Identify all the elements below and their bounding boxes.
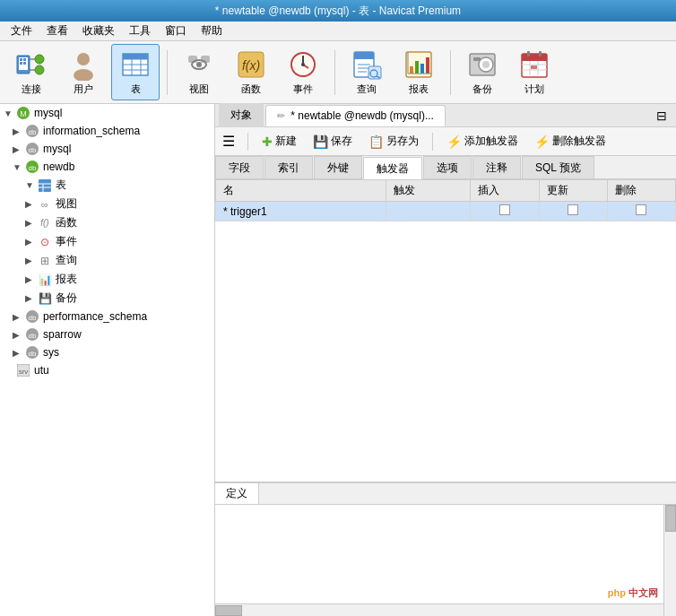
sidebar-item-utu[interactable]: srv utu	[0, 361, 214, 379]
tool-query[interactable]: 查询	[342, 44, 391, 100]
insert-checkbox[interactable]	[499, 204, 510, 215]
sidebar-item-newdb-table[interactable]: ▼ 表	[0, 176, 214, 195]
sidebar-item-information-schema[interactable]: ▶ db information_schema	[0, 122, 214, 140]
sidebar-item-newdb[interactable]: ▼ db newdb	[0, 158, 214, 176]
sidebar-item-newdb-backup[interactable]: ▶ 💾 备份	[0, 289, 214, 308]
content-area: 对象 ✏ * newtable @newdb (mysql)... ⊟ ☰ ✚ …	[215, 104, 676, 616]
svg-rect-58	[531, 65, 537, 69]
watermark-php: php	[608, 587, 626, 598]
backup-icon	[466, 48, 498, 81]
menu-window[interactable]: 窗口	[158, 22, 194, 40]
backup-tree-arrow: ▶	[25, 293, 38, 303]
info-schema-label: information_schema	[43, 125, 140, 137]
sparrow-label: sparrow	[43, 328, 82, 341]
view-icon	[183, 48, 215, 81]
query-tree-label: 查询	[56, 253, 77, 268]
svg-rect-43	[426, 57, 429, 74]
btn-save-as[interactable]: 📋 另存为	[362, 131, 425, 152]
delete-checkbox[interactable]	[636, 204, 646, 215]
svg-point-10	[77, 53, 90, 65]
bottom-content: php 中文网	[215, 505, 676, 616]
toolbar-sep-2	[334, 50, 335, 95]
btn-delete-trigger[interactable]: ⚡ 删除触发器	[528, 131, 612, 152]
sidebar-item-newdb-report[interactable]: ▶ 📊 报表	[0, 270, 214, 289]
backup-label: 备份	[472, 82, 492, 96]
svg-rect-2	[20, 58, 22, 61]
btn-new[interactable]: ✚ 新建	[256, 131, 303, 152]
view-label: 视图	[189, 82, 209, 96]
info-schema-icon: db	[25, 124, 39, 138]
btn-save[interactable]: 💾 保存	[307, 131, 359, 152]
scrollbar-vertical[interactable]	[663, 505, 676, 616]
svg-rect-67	[39, 179, 51, 192]
inner-tab-field[interactable]: 字段	[215, 156, 264, 178]
tool-schedule[interactable]: 计划	[510, 44, 559, 100]
sparrow-icon: db	[25, 327, 39, 342]
tool-connect[interactable]: 连接	[7, 44, 56, 100]
menu-favorites[interactable]: 收藏夹	[75, 22, 122, 40]
trigger-name: * trigger1	[216, 202, 386, 221]
inner-tabs: 字段 索引 外键 触发器 选项 注释 SQL 预览	[215, 156, 676, 179]
inner-tab-fk[interactable]: 外键	[314, 156, 362, 178]
sidebar-item-newdb-func[interactable]: ▶ f() 函数	[0, 213, 214, 232]
sidebar-item-sys[interactable]: ▶ db sys	[0, 343, 214, 361]
tab-active[interactable]: ✏ * newtable @newdb (mysql)...	[265, 105, 446, 126]
sidebar-item-mysql-db[interactable]: ▶ db mysql	[0, 140, 214, 158]
bottom-tab-define[interactable]: 定义	[215, 483, 259, 504]
sidebar-item-perf-schema[interactable]: ▶ db performance_schema	[0, 308, 214, 325]
connect-icon	[15, 48, 48, 81]
scrollbar-horizontal[interactable]	[215, 603, 663, 616]
trigger-update-cell[interactable]	[539, 202, 607, 221]
inner-tab-options[interactable]: 选项	[423, 156, 472, 178]
hamburger-menu[interactable]: ☰	[222, 133, 235, 150]
report-label: 报表	[409, 82, 429, 96]
tab-close-btn[interactable]: ⊟	[651, 107, 672, 125]
tool-report[interactable]: 报表	[394, 44, 443, 100]
svg-text:db: db	[29, 146, 37, 154]
sidebar-item-newdb-query[interactable]: ▶ ⊞ 查询	[0, 251, 214, 270]
inner-tab-trigger[interactable]: 触发器	[363, 157, 422, 179]
view-tree-label: 视图	[56, 196, 77, 212]
sidebar-item-newdb-view[interactable]: ▶ ∞ 视图	[0, 195, 214, 213]
svg-point-6	[35, 55, 44, 64]
watermark: php 中文网	[608, 586, 658, 600]
tool-table[interactable]: 表	[111, 44, 160, 100]
tool-event[interactable]: 事件	[279, 44, 327, 100]
tool-view[interactable]: 视图	[175, 44, 223, 100]
sidebar-item-mysql-root[interactable]: ▼ M mysql	[0, 104, 214, 122]
tool-backup[interactable]: 备份	[458, 44, 507, 100]
svg-text:f(x): f(x)	[242, 58, 260, 73]
inner-tab-comment[interactable]: 注释	[472, 156, 521, 178]
update-checkbox[interactable]	[568, 204, 578, 215]
btn-add-trigger[interactable]: ⚡ 添加触发器	[440, 131, 524, 152]
utu-label: utu	[34, 364, 49, 377]
svg-rect-4	[20, 62, 22, 65]
schedule-label: 计划	[524, 82, 544, 96]
scrollbar-thumb-v[interactable]	[665, 505, 676, 532]
trigger-insert-cell[interactable]	[471, 202, 539, 221]
trigger-delete-cell[interactable]	[607, 202, 675, 221]
svg-point-29	[301, 63, 305, 66]
menu-tools[interactable]: 工具	[122, 22, 158, 40]
svg-rect-51	[522, 54, 547, 61]
tool-user[interactable]: 用户	[59, 44, 108, 100]
scrollbar-thumb-h[interactable]	[215, 605, 242, 616]
sidebar-item-newdb-event[interactable]: ▶ ⊙ 事件	[0, 232, 214, 251]
menu-view[interactable]: 查看	[39, 22, 75, 40]
table-tree-arrow: ▼	[25, 180, 38, 190]
table-row[interactable]: * trigger1	[216, 202, 676, 221]
tab-actions: ⊟	[651, 107, 672, 125]
col-insert: 插入	[471, 180, 539, 202]
tab-object[interactable]: 对象	[219, 103, 264, 127]
menu-help[interactable]: 帮助	[194, 22, 230, 40]
inner-tab-index[interactable]: 索引	[264, 156, 313, 178]
tool-function[interactable]: f(x) 函数	[227, 44, 275, 100]
svg-text:db: db	[29, 332, 37, 340]
report-tree-label: 报表	[56, 272, 77, 287]
menu-file[interactable]: 文件	[4, 22, 39, 40]
user-label: 用户	[74, 82, 93, 96]
mysql-db-icon: db	[25, 142, 39, 156]
inner-tab-sql[interactable]: SQL 预览	[522, 156, 594, 178]
sidebar-item-sparrow[interactable]: ▶ db sparrow	[0, 325, 214, 343]
col-delete: 删除	[607, 180, 675, 202]
